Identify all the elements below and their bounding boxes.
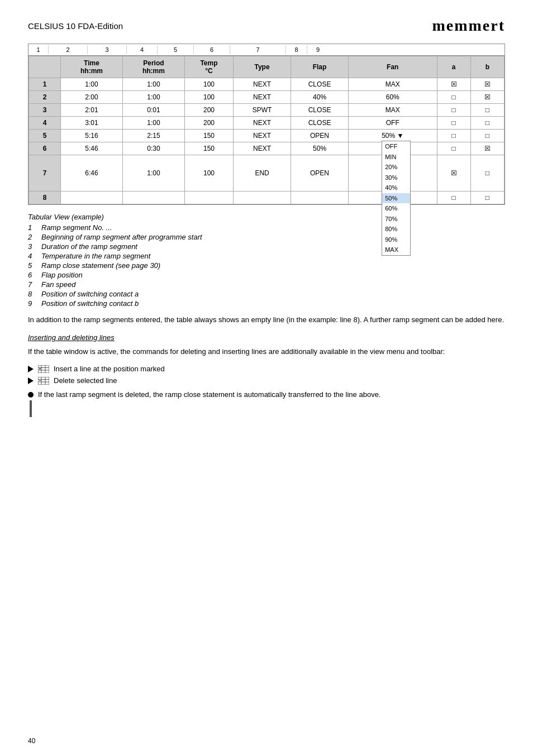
- cell-time-2[interactable]: 2:00: [61, 91, 123, 104]
- fan-option-70%[interactable]: 70%: [382, 214, 410, 224]
- fan-option-80%[interactable]: 80%: [382, 224, 410, 235]
- legend-num: 8: [28, 290, 37, 298]
- cell-type-5[interactable]: NEXT: [234, 130, 291, 142]
- brand-logo: memmert: [432, 17, 505, 35]
- cell-flap-2[interactable]: 40%: [291, 91, 349, 104]
- cell-flap-4[interactable]: CLOSE: [291, 117, 349, 130]
- cell-time-6[interactable]: 5:46: [61, 142, 123, 155]
- legend-desc: Flap position: [41, 271, 83, 279]
- cell-time-1[interactable]: 1:00: [61, 78, 123, 91]
- cell-checkbox-b-3[interactable]: □: [470, 104, 504, 117]
- cell-period-1[interactable]: 1:00: [122, 78, 184, 91]
- table-row: 76:461:00100ENDOPENMIN20%30%40%☒□: [29, 155, 505, 192]
- cell-time-3[interactable]: 2:01: [61, 104, 123, 117]
- cell-checkbox-a-3[interactable]: □: [437, 104, 470, 117]
- legend-num: 3: [28, 242, 37, 251]
- cell-time-4[interactable]: 3:01: [61, 117, 123, 130]
- cell-temp-7[interactable]: 100: [184, 155, 233, 192]
- cell-flap-8[interactable]: [291, 192, 349, 204]
- legend-item: 4Temperature in the ramp segment: [28, 252, 505, 260]
- legend-desc: Ramp close statement (see page 30): [41, 261, 160, 270]
- cell-period-7[interactable]: 1:00: [122, 155, 184, 192]
- cell-time-5[interactable]: 5:16: [61, 130, 123, 142]
- cell-rownum-1: 1: [29, 78, 61, 91]
- cell-period-5[interactable]: 2:15: [122, 130, 184, 142]
- cell-checkbox-b-5[interactable]: □: [470, 130, 504, 142]
- legend-desc: Position of switching contact b: [41, 299, 139, 308]
- table-row: 11:001:00100NEXTCLOSEMAX☒☒: [29, 78, 505, 91]
- cell-checkbox-b-4[interactable]: □: [470, 117, 504, 130]
- cell-checkbox-b-1[interactable]: ☒: [470, 78, 504, 91]
- cell-fan-3[interactable]: MAX: [349, 104, 437, 117]
- cell-temp-8[interactable]: [184, 192, 233, 204]
- note-item: If the last ramp segment is deleted, the…: [28, 390, 505, 417]
- fan-option-50%[interactable]: 50%: [382, 193, 410, 204]
- fan-option-MIN[interactable]: MIN: [382, 152, 410, 162]
- fan-dropdown-5[interactable]: OFFMIN20%30%40%50%60%70%80%90%MAX: [382, 141, 411, 256]
- cell-period-3[interactable]: 0:01: [122, 104, 184, 117]
- legend-title: Tabular View (example): [28, 213, 505, 221]
- cell-flap-3[interactable]: CLOSE: [291, 104, 349, 117]
- th-row-num: [29, 56, 61, 78]
- cell-temp-2[interactable]: 100: [184, 91, 233, 104]
- fan-option-20%[interactable]: 20%: [382, 162, 410, 173]
- cell-period-2[interactable]: 1:00: [122, 91, 184, 104]
- fan-option-OFF[interactable]: OFF: [382, 141, 410, 152]
- cell-flap-1[interactable]: CLOSE: [291, 78, 349, 91]
- cell-time-7[interactable]: 6:46: [61, 155, 123, 192]
- legend-num: 9: [28, 299, 37, 308]
- cell-flap-5[interactable]: OPEN: [291, 130, 349, 142]
- col-num-1: 1: [28, 45, 49, 54]
- cell-period-6[interactable]: 0:30: [122, 142, 184, 155]
- cell-checkbox-a-7[interactable]: ☒: [437, 155, 470, 192]
- fan-option-30%[interactable]: 30%: [382, 173, 410, 183]
- fan-option-60%[interactable]: 60%: [382, 203, 410, 214]
- cell-fan-5[interactable]: 50% ▼OFFMIN20%30%40%50%60%70%80%90%MAX: [349, 130, 437, 142]
- col-num-8: 8: [286, 45, 307, 54]
- fan-option-MAX[interactable]: MAX: [382, 245, 410, 255]
- cell-checkbox-a-4[interactable]: □: [437, 117, 470, 130]
- cell-time-8[interactable]: [61, 192, 123, 204]
- legend-num: 1: [28, 223, 37, 232]
- cell-temp-1[interactable]: 100: [184, 78, 233, 91]
- cell-period-8[interactable]: [122, 192, 184, 204]
- cell-type-4[interactable]: NEXT: [234, 117, 291, 130]
- cell-rownum-4: 4: [29, 117, 61, 130]
- cell-type-1[interactable]: NEXT: [234, 78, 291, 91]
- insert-grid-icon: [38, 365, 49, 373]
- fan-option-90%[interactable]: 90%: [382, 235, 410, 245]
- cell-checkbox-a-6[interactable]: □: [437, 142, 470, 155]
- cell-type-7[interactable]: END: [234, 155, 291, 192]
- cell-checkbox-b-8[interactable]: □: [470, 192, 504, 204]
- cell-temp-4[interactable]: 200: [184, 117, 233, 130]
- cell-flap-6[interactable]: 50%: [291, 142, 349, 155]
- cell-fan-1[interactable]: MAX: [349, 78, 437, 91]
- cell-checkbox-a-2[interactable]: □: [437, 91, 470, 104]
- legend-item: 6Flap position: [28, 271, 505, 279]
- col-num-3: 3: [88, 45, 127, 54]
- cell-type-2[interactable]: NEXT: [234, 91, 291, 104]
- cell-temp-5[interactable]: 150: [184, 130, 233, 142]
- cell-period-4[interactable]: 1:00: [122, 117, 184, 130]
- cell-checkbox-a-8[interactable]: □: [437, 192, 470, 204]
- note-bar-icon: [30, 400, 32, 417]
- cell-checkbox-a-1[interactable]: ☒: [437, 78, 470, 91]
- legend-item: 8Position of switching contact a: [28, 290, 505, 298]
- bullet-delete: Delete selected line: [28, 376, 505, 385]
- cell-flap-7[interactable]: OPEN: [291, 155, 349, 192]
- circle-bullet-icon: [28, 392, 34, 398]
- cell-fan-4[interactable]: OFF: [349, 117, 437, 130]
- cell-fan-2[interactable]: 60%: [349, 91, 437, 104]
- fan-option-40%[interactable]: 40%: [382, 183, 410, 193]
- cell-checkbox-b-6[interactable]: ☒: [470, 142, 504, 155]
- fan-value-5[interactable]: 50% ▼: [382, 132, 403, 140]
- cell-temp-3[interactable]: 200: [184, 104, 233, 117]
- cell-rownum-7: 7: [29, 155, 61, 192]
- cell-checkbox-a-5[interactable]: □: [437, 130, 470, 142]
- cell-checkbox-b-7[interactable]: □: [470, 155, 504, 192]
- cell-type-3[interactable]: SPWT: [234, 104, 291, 117]
- cell-temp-6[interactable]: 150: [184, 142, 233, 155]
- cell-type-6[interactable]: NEXT: [234, 142, 291, 155]
- cell-type-8[interactable]: [234, 192, 291, 204]
- cell-checkbox-b-2[interactable]: ☒: [470, 91, 504, 104]
